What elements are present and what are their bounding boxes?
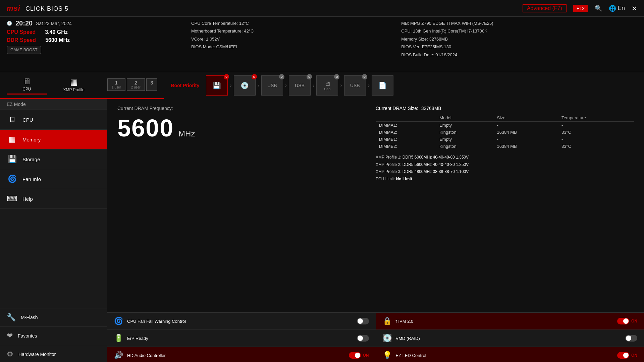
close-button[interactable]: ✕ (632, 4, 637, 12)
erp-ready-toggle[interactable]: 🔋 ErP Ready (107, 330, 376, 347)
ftpm-on-display: ON (617, 318, 637, 324)
ez-mode-label: EZ Mode (0, 99, 107, 110)
sidebar-item-cpu[interactable]: 🖥 CPU (0, 110, 107, 130)
hardware-monitor-icon: ⚙ (7, 350, 13, 359)
boot-device-icon: 💾 (213, 81, 221, 89)
boot-device-1[interactable]: 💿 U (234, 75, 256, 96)
header: msi CLICK BIOS 5 Advanced (F7) F12 🔍 🌐 E… (0, 0, 644, 17)
cpu-speed-label: CPU Speed (7, 29, 36, 35)
ftpm-icon: 🔒 (383, 317, 392, 325)
boot-arrow: › (340, 82, 342, 88)
boot-device-6[interactable]: 📄 (372, 75, 393, 96)
dram-slots-table: Model Size Temperature DIMMA1: Empty - - (376, 114, 634, 150)
size-dimmb1: - (494, 136, 558, 143)
hd-audio-label: HD Audio Controller (127, 353, 345, 358)
toggle-row-3: 🔊 HD Audio Controller ON 💡 EZ LED Contro… (107, 347, 644, 362)
sidebar-item-memory[interactable]: ▦ Memory (0, 130, 107, 149)
boot-device-label: USB (324, 87, 331, 91)
boot-device-badge: U (224, 74, 229, 79)
mb-info: MB: MPG Z790 EDGE TI MAX WIFI (MS-7E25) (401, 19, 637, 27)
cpu-fan-fail-switch[interactable] (357, 318, 369, 324)
ddr-speed-row: DDR Speed 5600 MHz (7, 37, 178, 43)
size-dimma2: 16384 MB (494, 129, 558, 136)
boot-device-3[interactable]: USB U (289, 75, 311, 96)
boot-device-icon: 📄 (378, 81, 387, 89)
boot-device-0[interactable]: 💾 U (206, 75, 228, 96)
boot-arrow: › (285, 82, 287, 88)
boot-device-icon: USB (350, 83, 360, 88)
ez-led-toggle[interactable]: 💡 EZ LED Control ON (376, 347, 644, 362)
search-icon[interactable]: 🔍 (595, 5, 602, 12)
dram-info-section: Current DRAM Size: 32768MB Model Size Te… (376, 106, 634, 183)
tab-xmp[interactable]: ▦ XMP Profile (47, 75, 101, 94)
boot-device-2[interactable]: USB U (261, 75, 283, 96)
sidebar-item-help[interactable]: ⌨ Help (0, 189, 107, 209)
boot-device-5[interactable]: USB U (344, 75, 366, 96)
dram-freq-label: Current DRAM Frequency: (117, 106, 376, 111)
profile-tabs: 🖥 CPU ▦ XMP Profile 1 1 user 2 2 user 3 (0, 72, 164, 97)
dram-size-value: 32768MB (421, 106, 441, 111)
favorites-button[interactable]: ❤ Favorites (0, 327, 107, 345)
sidebar-fan-label: Fan Info (22, 176, 41, 182)
ftpm-toggle[interactable]: 🔒 fTPM 2.0 ON (376, 313, 644, 329)
xmp-buttons: 1 1 user 2 2 user 3 (107, 78, 157, 91)
slot-dimma2: DIMMA2: (376, 129, 436, 136)
vmd-switch[interactable] (625, 335, 637, 342)
advanced-button[interactable]: Advanced (F7) (523, 4, 567, 12)
cpu-speed-value: 3.40 GHz (45, 29, 68, 35)
system-info: MB: MPG Z790 EDGE TI MAX WIFI (MS-7E25) … (401, 19, 637, 69)
xmp-btn-1[interactable]: 1 1 user (107, 78, 125, 91)
memory-icon: ▦ (7, 135, 17, 144)
system-temps: CPU Core Temperature: 12°C Motherboard T… (191, 19, 388, 69)
xmp-profile-1: XMP Profile 1: DDR5 6000MHz 40-40-40-80 … (376, 154, 634, 161)
tab-cpu[interactable]: 🖥 CPU (7, 75, 47, 95)
pch-limit-label: PCH Limit: (376, 177, 395, 181)
vmd-raid-toggle[interactable]: 💽 VMD (RAID) (376, 330, 644, 347)
cpu-icon: 🖥 (7, 115, 17, 124)
led-switch[interactable] (617, 352, 629, 359)
dram-freq-display: 5600 MHz (117, 114, 376, 142)
slot-header (376, 114, 436, 122)
favorites-icon: ❤ (7, 331, 13, 340)
datetime-display: 🕗 20:20 Sat 23 Mar, 2024 (7, 19, 178, 27)
led-on-label: ON (631, 353, 637, 358)
sidebar-item-storage[interactable]: 💾 Storage (0, 149, 107, 169)
cpu-fan-fail-toggle[interactable]: 🌀 CPU Fan Fail Warning Control (107, 313, 376, 329)
xmp-profiles-info: XMP Profile 1: DDR5 6000MHz 40-40-40-80 … (376, 154, 634, 183)
audio-switch[interactable] (349, 352, 361, 359)
audio-on-display: ON (349, 352, 369, 359)
sidebar-item-fan-info[interactable]: 🌀 Fan Info (0, 169, 107, 189)
xmp-tab-label: XMP Profile (63, 87, 84, 92)
ftpm-switch[interactable] (617, 318, 629, 324)
cpu-speed-row: CPU Speed 3.40 GHz (7, 29, 178, 35)
language-selector[interactable]: 🌐 En (609, 5, 625, 12)
table-row: DIMMB1: Empty - - (376, 136, 634, 143)
xmp-btn-3[interactable]: 3 (146, 78, 158, 91)
hardware-monitor-button[interactable]: ⚙ Hardware Monitor (0, 345, 107, 362)
model-dimmb2: Kingston (436, 143, 493, 150)
xmp-btn-2[interactable]: 2 2 user (127, 78, 145, 91)
temp-dimmb1: - (558, 136, 634, 143)
erp-switch[interactable] (357, 335, 369, 342)
boot-priority-label: Boot Priority (171, 83, 199, 88)
sidebar: EZ Mode 🖥 CPU ▦ Memory 💾 Storage 🌀 Fan I… (0, 99, 107, 362)
bios-date-info: BIOS Build Date: 01/18/2024 (401, 51, 637, 59)
top-info-bar: 🕗 20:20 Sat 23 Mar, 2024 CPU Speed 3.40 … (0, 17, 644, 72)
logo-bios: CLICK BIOS 5 (25, 5, 68, 12)
pch-limit-val: No Limit (396, 177, 412, 181)
boot-device-badge: U (362, 74, 367, 79)
f12-button[interactable]: F12 (573, 5, 588, 12)
boot-device-4[interactable]: 🖥 USB U (316, 75, 338, 96)
hd-audio-toggle[interactable]: 🔊 HD Audio Controller ON (107, 347, 376, 362)
led-on-display: ON (617, 352, 637, 359)
xmp-profile-3: XMP Profile 3: DDR5 4800MHz 38-38-38-70 … (376, 168, 634, 176)
slot-dimmb2: DIMMB2: (376, 143, 436, 150)
sidebar-bottom-buttons: 🔧 M-Flash ❤ Favorites ⚙ Hardware Monitor (0, 308, 107, 362)
m-flash-button[interactable]: 🔧 M-Flash (0, 308, 107, 327)
vmd-icon: 💽 (383, 334, 392, 343)
boot-arrow: › (230, 82, 231, 88)
fan-fail-icon: 🌀 (114, 317, 123, 325)
dram-header: Current DRAM Frequency: 5600 MHz Current… (117, 106, 634, 183)
boot-arrow: › (258, 82, 259, 88)
led-icon: 💡 (383, 351, 392, 360)
